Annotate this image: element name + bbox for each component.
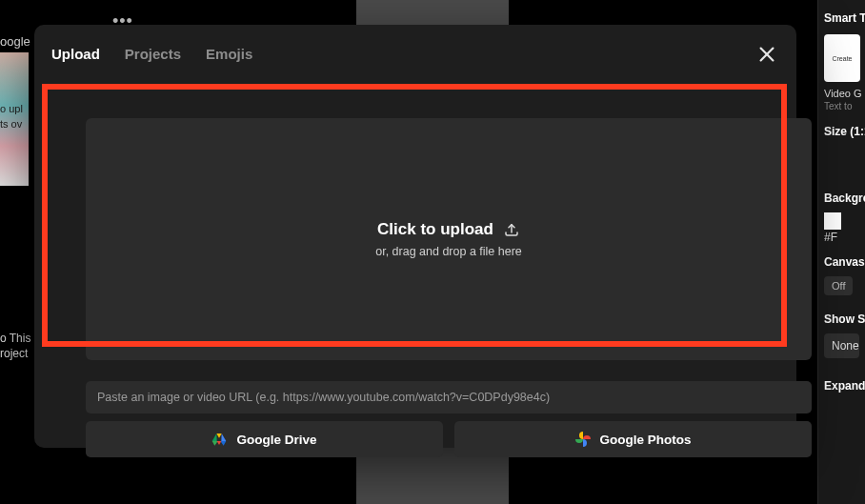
- google-photos-label: Google Photos: [600, 433, 692, 447]
- svg-marker-6: [212, 433, 217, 441]
- tab-emojis[interactable]: Emojis: [206, 46, 252, 62]
- import-buttons-row: Google Drive Google Photos: [86, 421, 812, 457]
- caption-line-1: o This: [0, 332, 30, 345]
- tool-card-sub: Text to: [824, 101, 859, 111]
- dropzone-title: Click to upload: [377, 220, 493, 239]
- upload-dropzone[interactable]: Click to upload or, drag and drop a file…: [86, 118, 812, 360]
- svg-marker-5: [222, 433, 227, 441]
- close-icon[interactable]: [756, 44, 777, 65]
- smart-tools-heading: Smart T: [824, 11, 859, 25]
- modal-tabs: Upload Projects Emojis: [51, 40, 779, 67]
- google-photos-icon: [575, 432, 591, 447]
- google-photos-button[interactable]: Google Photos: [454, 421, 812, 457]
- thumb-text-1: o upl: [0, 103, 23, 114]
- google-drive-button[interactable]: Google Drive: [86, 421, 443, 457]
- background-label: Backgro: [824, 192, 859, 205]
- canvas-toggle[interactable]: Off: [824, 276, 853, 295]
- upload-icon: [503, 221, 520, 238]
- svg-marker-4: [217, 433, 222, 438]
- color-swatch[interactable]: [824, 212, 841, 230]
- canvas-label: Canvas: [824, 255, 859, 269]
- thumb-text-2: ts ov: [0, 118, 22, 130]
- dropzone-subtitle: or, drag and drop a file here: [375, 245, 522, 258]
- tab-projects[interactable]: Projects: [125, 46, 181, 62]
- right-panel: Smart T Create Video G Text to Size (1:1…: [817, 0, 865, 504]
- svg-marker-8: [221, 441, 227, 446]
- expand-label: Expand: [824, 379, 859, 393]
- svg-marker-9: [217, 441, 222, 445]
- size-label: Size (1:1: [824, 125, 859, 138]
- tab-upload[interactable]: Upload: [51, 46, 100, 62]
- color-value: #F: [824, 231, 837, 244]
- tool-card[interactable]: Create: [824, 34, 860, 82]
- svg-marker-7: [212, 441, 218, 446]
- url-input[interactable]: [86, 381, 812, 413]
- tool-card-label: Video G: [824, 88, 859, 99]
- show-safe-label: Show Sa: [824, 312, 859, 326]
- show-safe-select[interactable]: None: [824, 333, 859, 358]
- upload-modal: Upload Projects Emojis Click to upload o…: [34, 25, 796, 448]
- google-drive-icon: [211, 432, 227, 447]
- google-drive-label: Google Drive: [236, 433, 316, 447]
- caption-line-2: roject: [0, 347, 28, 360]
